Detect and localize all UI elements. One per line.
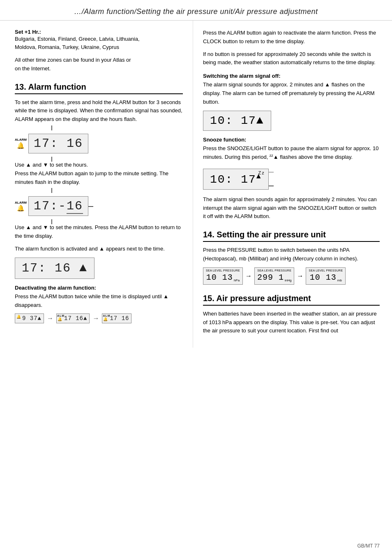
- alarm-display-2-row: ALARM 🔔 17:‑16: [15, 196, 88, 216]
- section-14: 14. Setting the air pressure unit Press …: [203, 230, 380, 285]
- sea-level-row: SEA LEVEL PRESSURE 10 13 hPa → SEA LEVEL…: [203, 267, 380, 285]
- sea-box-1: SEA LEVEL PRESSURE 10 13 hPa: [203, 267, 243, 285]
- switching-off-text: The alarm signal sounds for approx. 2 mi…: [203, 81, 380, 106]
- tick-top-2: [51, 188, 52, 193]
- small-display-2: ALM 🔔 17 16▲: [56, 313, 90, 323]
- no-button-text: If no button is pressed for approximatel…: [203, 50, 380, 67]
- sea-digits-1: 10 13: [206, 273, 233, 282]
- section-13-title: 13. Alarm function: [15, 82, 183, 94]
- header-text: …/Alarm function/Setting the air pressur…: [74, 7, 318, 16]
- small-bell-2: 🔔: [58, 317, 62, 322]
- bell-icon-2: 🔔: [17, 204, 25, 212]
- alarm-digits-3: 17: 16 ▲: [15, 258, 95, 279]
- small-digits-1: 9 37▲: [22, 315, 42, 322]
- snooze-text: Press the SNOOZE/LIGHT button to pause t…: [203, 144, 380, 162]
- alarm-off-display: 10: 17▲: [203, 111, 271, 131]
- tick-right-snooze: [269, 172, 274, 173]
- alarm-digits-2: 17:‑16: [28, 196, 88, 216]
- sea-unit-1: hPa: [234, 278, 240, 282]
- bell-icon-1: 🔔: [17, 142, 25, 149]
- tick-right-snooze-b: [269, 186, 274, 186]
- digits-text-1: 17: 16: [34, 137, 83, 151]
- arrow-1: →: [47, 315, 53, 322]
- alarm-digits-1: 17: 16: [28, 134, 88, 153]
- alarm-off-display-wrapper: 10: 17▲: [203, 111, 380, 131]
- page: …/Alarm function/Setting the air pressur…: [0, 0, 392, 557]
- small-bell-3: 🔔: [103, 317, 108, 322]
- digits-text-3: 17: 16 ▲: [22, 261, 88, 275]
- page-footer: GB/MT 77: [357, 543, 380, 549]
- sea-arrow-1: →: [245, 272, 252, 280]
- section-15: 15. Air pressure adjustment When batteri…: [203, 294, 380, 335]
- alarm-display-3-wrapper: 17: 16 ▲: [15, 258, 183, 279]
- small-bell-1: 🔔: [16, 315, 21, 319]
- section-15-title: 15. Air pressure adjustment: [203, 294, 380, 306]
- small-display-1: 🔔 9 37▲: [15, 313, 44, 323]
- zz-icon: Zz: [258, 170, 265, 175]
- digits-text-2: 17:‑16: [34, 199, 83, 213]
- deactivate-text: Press the ALARM button twice while the t…: [15, 292, 183, 310]
- set-plus-label: Set +1 Hr.:: [15, 29, 183, 35]
- arrow-2: →: [92, 315, 99, 322]
- tick-top-1: [51, 125, 52, 130]
- sea-box-2: SEA LEVEL PRESSURE 299 1 inHg: [254, 267, 294, 285]
- sea-label-3: SEA LEVEL PRESSURE: [309, 269, 343, 272]
- sea-arrow-2: →: [297, 272, 303, 280]
- small-digits-3: 17 16: [110, 315, 129, 322]
- alarm-text-2: ALARM: [15, 201, 27, 205]
- alarm-display-1-wrapper: ALARM 🔔 17: 16: [15, 130, 88, 157]
- tick-right-2: [88, 206, 93, 207]
- content-area: Set +1 Hr.: Bulgaria, Estonia, Finland, …: [0, 21, 392, 348]
- alarm-label-2: ALARM 🔔: [15, 201, 27, 212]
- snooze-resume-text: The alarm signal then sounds again for a…: [203, 195, 380, 221]
- snooze-display: Zz 10: 17▲: [203, 169, 269, 190]
- sea-digits-row-3: 10 13 mb: [310, 273, 342, 282]
- section-13: 13. Alarm function To set the alarm time…: [15, 82, 183, 324]
- sea-unit-2: inHg: [285, 278, 291, 282]
- instruction-2b: The alarm function is activated and ▲ ap…: [15, 245, 183, 253]
- alarm-label-1: ALARM 🔔: [15, 138, 27, 149]
- alarm-display-2-wrapper: ALARM 🔔 17:‑16: [15, 193, 88, 219]
- deactivate-title: Deactivating the alarm function:: [15, 285, 183, 291]
- section-13-intro: To set the alarm time, press and hold th…: [15, 98, 183, 124]
- instruction-2a: Use ▲ and ▼ to set the minutes. Press th…: [15, 223, 183, 241]
- sea-digits-3: 10 13: [310, 273, 337, 282]
- instruction-1a: Use ▲ and ▼ to set the hours.Press the A…: [15, 161, 183, 186]
- reactivate-text: Press the ALARM button again to reactiva…: [203, 29, 380, 46]
- alarm-off-digits: 10: 17▲: [210, 114, 264, 127]
- small-display-3: ALM 🔔 17 16: [102, 313, 131, 323]
- small-digits-2: 17 16▲: [64, 315, 87, 322]
- snooze-title: Snooze function:: [203, 137, 380, 143]
- left-column: Set +1 Hr.: Bulgaria, Estonia, Finland, …: [0, 21, 193, 348]
- sea-digits-row-1: 10 13 hPa: [206, 273, 240, 282]
- sea-digits-row-2: 299 1 inHg: [257, 273, 291, 282]
- sea-box-3: SEA LEVEL PRESSURE 10 13 mb: [306, 267, 346, 285]
- page-header: …/Alarm function/Setting the air pressur…: [0, 0, 392, 21]
- set-plus-section: Set +1 Hr.: Bulgaria, Estonia, Finland, …: [15, 29, 183, 73]
- tick-bottom-1: [51, 157, 52, 162]
- footer-text: GB/MT 77: [357, 543, 380, 549]
- right-column: Press the ALARM button again to reactiva…: [193, 21, 392, 348]
- sea-label-2: SEA LEVEL PRESSURE: [257, 269, 291, 272]
- sea-digits-2: 299 1: [257, 273, 284, 282]
- snooze-display-wrapper: Zz 10: 17▲: [203, 169, 269, 190]
- section-15-text: When batteries have been inserted in the…: [203, 310, 380, 335]
- alarm-tiny-2: ALM: [103, 314, 110, 317]
- section-14-title: 14. Setting the air pressure unit: [203, 230, 380, 242]
- section-14-text: Press the PRESSURE button to switch betw…: [203, 246, 380, 263]
- alarm-tiny-1: ALM: [57, 314, 65, 317]
- other-zones-text: All other time zones can be found in you…: [15, 56, 183, 73]
- switching-off-title: Switching the alarm signal off:: [203, 73, 380, 79]
- alarm-text-1: ALARM: [15, 138, 27, 142]
- alarm-display-1-row: ALARM 🔔 17: 16: [15, 134, 88, 153]
- sea-unit-3: mb: [337, 278, 342, 282]
- tick-bottom-2: [51, 219, 52, 224]
- snooze-digits: 10: 17▲: [210, 173, 262, 186]
- deactivate-display-row: 🔔 9 37▲ → ALM 🔔 17 16▲ → ALM 🔔 17 16: [15, 313, 183, 323]
- countries-text: Bulgaria, Estonia, Finland, Greece, Latv…: [15, 35, 183, 51]
- sea-label-1: SEA LEVEL PRESSURE: [206, 269, 240, 272]
